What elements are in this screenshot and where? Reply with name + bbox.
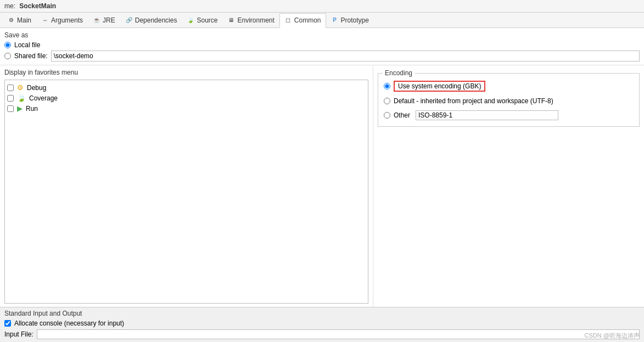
title-value: SocketMain [19, 2, 56, 10]
save-as-section: Save as Local file Shared file: [0, 28, 644, 65]
debug-label: Debug [27, 84, 46, 92]
tab-arguments[interactable]: ↔ Arguments [36, 13, 88, 27]
coverage-icon: 🍃 [17, 94, 26, 102]
tab-common-label: Common [294, 16, 321, 24]
allocate-console-checkbox[interactable] [4, 320, 11, 327]
standard-io-section: Standard Input and Output Allocate conso… [0, 307, 644, 342]
favorites-title: Display in favorites menu [4, 69, 368, 76]
common-icon: ☐ [284, 16, 292, 24]
input-file-row: Input File: [4, 329, 640, 339]
run-icon: ▶ [17, 104, 23, 113]
tab-prototype-label: Prototype [341, 16, 369, 24]
tab-prototype[interactable]: P Prototype [326, 13, 374, 27]
coverage-checkbox[interactable] [7, 95, 14, 102]
local-file-label: Local file [14, 41, 40, 49]
tab-main-label: Main [17, 16, 31, 24]
prototype-icon: P [331, 16, 339, 24]
input-file-input[interactable] [37, 329, 640, 339]
tab-dependencies[interactable]: 🔗 Dependencies [120, 13, 182, 27]
shared-file-input[interactable] [51, 51, 640, 61]
tab-environment-label: Environment [237, 16, 274, 24]
right-panel: Encoding Use system encoding (GBK) Defau… [373, 65, 644, 307]
encoding-option-other: Other [384, 109, 634, 122]
tab-source-label: Source [197, 16, 217, 24]
allocate-console-label: Allocate console (necessary for input) [14, 319, 124, 327]
tabs-bar: ⚙ Main ↔ Arguments ☕ JRE 🔗 Dependencies … [0, 13, 644, 28]
debug-checkbox[interactable] [7, 85, 14, 91]
source-icon: 🍃 [187, 16, 194, 24]
allocate-console-row: Allocate console (necessary for input) [4, 319, 640, 327]
favorites-item-coverage: 🍃 Coverage [7, 93, 366, 103]
main-icon: ⚙ [7, 16, 15, 24]
local-file-radio[interactable] [4, 42, 11, 48]
default-encoding-radio[interactable] [384, 98, 390, 104]
encoding-legend: Encoding [383, 69, 415, 77]
save-as-title: Save as [4, 31, 640, 39]
arguments-icon: ↔ [41, 16, 49, 24]
watermark: CSDN @听海边涛声 [585, 332, 640, 340]
system-encoding-highlight-box: Use system encoding (GBK) [394, 81, 485, 92]
favorites-item-run: ▶ Run [7, 103, 366, 114]
encoding-group: Encoding Use system encoding (GBK) Defau… [378, 73, 640, 127]
environment-icon: 🖥 [227, 16, 235, 24]
debug-icon: ⚙ [17, 83, 24, 92]
input-file-label: Input File: [4, 330, 33, 338]
dependencies-icon: 🔗 [125, 16, 133, 24]
favorites-list: ⚙ Debug 🍃 Coverage ▶ Run [4, 80, 368, 304]
tab-arguments-label: Arguments [51, 16, 83, 24]
tab-environment[interactable]: 🖥 Environment [222, 13, 279, 27]
tab-main[interactable]: ⚙ Main [2, 13, 36, 27]
default-encoding-label: Default - inherited from project and wor… [394, 97, 553, 105]
other-encoding-label: Other [394, 111, 410, 119]
other-encoding-input[interactable] [416, 110, 558, 120]
encoding-option-default: Default - inherited from project and wor… [384, 96, 634, 106]
encoding-option-system: Use system encoding (GBK) [384, 79, 634, 93]
tab-jre-label: JRE [103, 16, 115, 24]
title-label: me: [4, 2, 15, 10]
jre-icon: ☕ [93, 16, 100, 24]
system-encoding-label: Use system encoding (GBK) [398, 82, 481, 90]
run-label: Run [26, 105, 38, 113]
coverage-label: Coverage [29, 94, 58, 102]
tab-dependencies-label: Dependencies [135, 16, 177, 24]
system-encoding-radio[interactable] [384, 83, 390, 89]
title-bar: me: SocketMain [0, 0, 644, 13]
tab-source[interactable]: 🍃 Source [182, 13, 222, 27]
favorites-item-debug: ⚙ Debug [7, 82, 366, 93]
tab-common[interactable]: ☐ Common [279, 13, 326, 28]
shared-file-label: Shared file: [14, 52, 48, 60]
other-encoding-radio[interactable] [384, 112, 390, 119]
tab-jre[interactable]: ☕ JRE [88, 13, 120, 27]
shared-file-radio[interactable] [4, 53, 11, 59]
std-io-title: Standard Input and Output [4, 310, 640, 317]
left-panel: Display in favorites menu ⚙ Debug 🍃 Cove… [0, 65, 373, 307]
run-checkbox[interactable] [7, 105, 14, 112]
